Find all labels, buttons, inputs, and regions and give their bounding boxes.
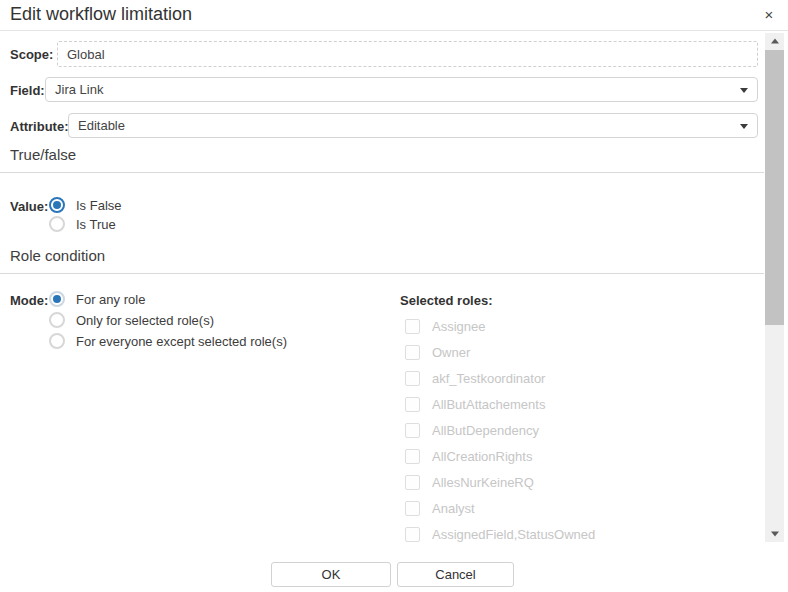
role-label: Owner xyxy=(432,345,470,360)
chevron-down-icon xyxy=(740,124,748,129)
cancel-button[interactable]: Cancel xyxy=(397,562,514,587)
field-label: Field: xyxy=(10,82,45,97)
radio-label: Is False xyxy=(76,198,122,213)
role-section-heading: Role condition xyxy=(10,247,105,264)
truefalse-section-heading: True/false xyxy=(10,146,76,163)
role-checkbox xyxy=(405,501,420,516)
attribute-dropdown-value: Editable xyxy=(78,118,125,133)
scope-label: Scope: xyxy=(10,47,53,62)
role-label: Analyst xyxy=(432,501,475,516)
ok-button[interactable]: OK xyxy=(271,562,391,587)
attribute-row: Attribute: Editable xyxy=(0,113,788,138)
mode-label: Mode: xyxy=(10,293,48,308)
scroll-down-icon[interactable] xyxy=(765,526,784,542)
role-label: AllCreationRights xyxy=(432,449,532,464)
dialog-title: Edit workflow limitation xyxy=(10,4,192,25)
role-row: AllesNurKeineRQ xyxy=(405,474,534,490)
attribute-dropdown[interactable]: Editable xyxy=(68,113,758,138)
role-label: AllButAttachements xyxy=(432,397,545,412)
role-label: AllesNurKeineRQ xyxy=(432,475,534,490)
attribute-label: Attribute: xyxy=(10,118,69,133)
field-dropdown-value: Jira Link xyxy=(55,82,103,97)
role-label: Assignee xyxy=(432,319,485,334)
scope-input: Global xyxy=(57,41,758,67)
scope-row: Scope: Global xyxy=(0,41,788,67)
radio-option-everyone-except: For everyone except selected role(s) xyxy=(49,333,287,349)
radio-label: Only for selected role(s) xyxy=(76,313,214,328)
role-row: AssignedField,StatusOwned xyxy=(405,526,595,542)
radio-option-only-selected: Only for selected role(s) xyxy=(49,312,214,328)
vertical-scrollbar[interactable] xyxy=(765,33,784,542)
radio-button[interactable] xyxy=(49,291,65,307)
selected-roles-label: Selected roles: xyxy=(400,293,493,308)
role-checkbox xyxy=(405,475,420,490)
role-checkbox xyxy=(405,319,420,334)
role-checkbox xyxy=(405,449,420,464)
value-label: Value: xyxy=(10,199,48,214)
truefalse-section-divider xyxy=(0,172,764,173)
radio-label: For everyone except selected role(s) xyxy=(76,334,287,349)
field-dropdown[interactable]: Jira Link xyxy=(45,77,758,102)
radio-option-is-true: Is True xyxy=(49,216,116,232)
role-row: AllButDependency xyxy=(405,422,539,438)
radio-button[interactable] xyxy=(49,312,65,328)
role-label: AllButDependency xyxy=(432,423,539,438)
title-divider xyxy=(0,30,788,31)
radio-button[interactable] xyxy=(49,216,65,232)
radio-button[interactable] xyxy=(49,197,65,213)
role-row: Analyst xyxy=(405,500,475,516)
role-checkbox xyxy=(405,527,420,542)
radio-option-is-false: Is False xyxy=(49,197,122,213)
role-checkbox xyxy=(405,423,420,438)
field-row: Field: Jira Link xyxy=(0,77,788,102)
role-checkbox xyxy=(405,371,420,386)
radio-option-any-role: For any role xyxy=(49,291,145,307)
role-row: Owner xyxy=(405,344,470,360)
scrollbar-thumb[interactable] xyxy=(765,50,784,325)
role-row: Assignee xyxy=(405,318,485,334)
radio-label: For any role xyxy=(76,292,145,307)
role-section-divider xyxy=(0,273,764,274)
radio-label: Is True xyxy=(76,217,116,232)
close-icon[interactable]: × xyxy=(760,6,778,24)
radio-button[interactable] xyxy=(49,333,65,349)
role-checkbox xyxy=(405,345,420,360)
role-label: akf_Testkoordinator xyxy=(432,371,545,386)
role-row: AllCreationRights xyxy=(405,448,532,464)
role-row: akf_Testkoordinator xyxy=(405,370,545,386)
edit-workflow-limitation-dialog: Edit workflow limitation × Scope: Global… xyxy=(0,0,788,592)
role-row: AllButAttachements xyxy=(405,396,545,412)
role-checkbox xyxy=(405,397,420,412)
scroll-up-icon[interactable] xyxy=(765,33,784,49)
chevron-down-icon xyxy=(740,88,748,93)
role-label: AssignedField,StatusOwned xyxy=(432,527,595,542)
scope-value: Global xyxy=(67,47,105,62)
